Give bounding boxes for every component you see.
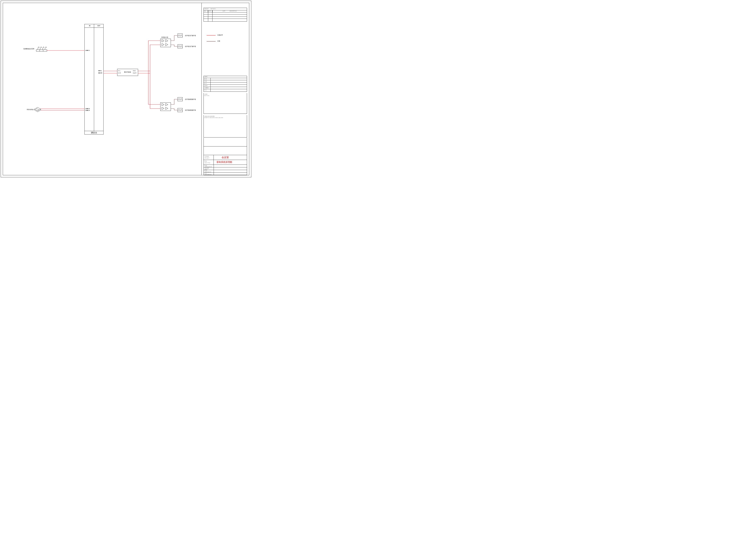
tb-row3-en: DESIGNED BY [204, 174, 212, 175]
eq-name: 图示均衡器 [122, 71, 133, 73]
speaker-aux-l-icon [178, 97, 182, 101]
audio-wires [41, 41, 160, 110]
legend-lines [207, 35, 216, 41]
drawing-sheet: 无线鹅颈会议话筒 综合信息盒 IN OUT LINE 1 LINE 3 LINE… [0, 0, 252, 178]
spk-main-l-label: 左声道主扩扬声器 [185, 35, 196, 37]
line4-label: LINE 4 [85, 110, 90, 111]
tb-row3-zh: 设 计 [204, 173, 207, 174]
rev-col-b: 日期 [208, 11, 211, 12]
rev-header: 修改记录 [204, 8, 208, 9]
rev-col-c-en: DESCRIPTION [230, 11, 237, 12]
revision-table: 修改记录 REVISION 版次 日期 说 明DESCRIPTION [203, 8, 247, 21]
spk-aux-r-label: 右声道辅助扬声器 [185, 110, 196, 111]
info-box-label: 综合信息盒 [27, 109, 34, 110]
tb-blank-1 [203, 138, 247, 146]
mixer-in-header: IN [88, 25, 92, 27]
speaker-main-r-icon [178, 44, 182, 48]
tb-dwg-label: 图 名 [204, 161, 207, 162]
keyplan-label: 示意图 [204, 94, 207, 95]
wireless-mic-device [36, 47, 47, 51]
keyplan-label-en: KEY PLAN [204, 95, 209, 96]
speaker-aux-r-icon [178, 108, 182, 112]
tb-row1-zh: 专业负责 [204, 168, 209, 169]
svg-line-11 [36, 108, 39, 110]
legend-speaker: 音箱 [217, 40, 220, 42]
mixer-name: 调音台 [85, 132, 103, 134]
mixer-out-header: OUT [96, 25, 101, 27]
wireless-mic-label: 无线鹅颈会议话筒 [23, 48, 34, 50]
tb-dwg-value: 音响系统原理图 [216, 161, 232, 163]
tb-project-value: 会议室 [222, 156, 229, 159]
sign-table-lines [203, 76, 247, 92]
tb-project-label-en: PROJECT [204, 158, 209, 159]
amp-main [160, 39, 171, 47]
line1-label: LINE 1 [85, 50, 90, 51]
svg-marker-10 [35, 109, 41, 112]
eq-out-r: Out R [133, 72, 136, 74]
tb-row1-en: SPEC [204, 169, 207, 170]
tb-blank-2 [203, 146, 247, 155]
mixer-block [85, 24, 103, 134]
tb-project-label: 厅室名称 [204, 156, 209, 157]
tb-row0-en: APPROVED BY [204, 166, 212, 167]
amp-aux [160, 103, 171, 111]
tb-row0-zh: 审 核 [204, 165, 207, 166]
amp-name: 功率放大器 [161, 37, 168, 38]
tb-row2-en: CHECKED BY [204, 171, 211, 172]
rev-col-c: 说 明 [223, 11, 225, 12]
mixl-label: MIX L [98, 70, 102, 71]
tb-dwg-label-en: DWG TITLE [204, 162, 210, 163]
keyplan-box [203, 93, 247, 114]
line3-label: LINE 3 [85, 108, 90, 110]
eq-out-l: Out L [133, 70, 136, 71]
spk-main-r-label: 右声道主扩扬声器 [185, 46, 196, 47]
tb-row2-zh: 校 对 [204, 170, 207, 171]
stamp-label-en: STAMP OF ARCHITECTURAL RECORD [204, 117, 223, 118]
spk-aux-l-label: 左声道辅助扬声器 [185, 99, 196, 100]
rev-header-en: REVISION [211, 8, 216, 9]
mixr-label: MIX R [98, 72, 102, 74]
eq-in-l: In L [118, 70, 121, 71]
stamp-box [203, 115, 247, 138]
eq-in-r: In R [118, 72, 121, 74]
svg-rect-6 [36, 50, 47, 51]
legend-audio: 音频信号 [217, 35, 223, 36]
info-box-device [35, 107, 41, 112]
rev-col-a: 版次 [204, 11, 206, 12]
speaker-wires [171, 36, 178, 110]
stamp-label: 注册执业及注册专用章 [204, 116, 215, 117]
speaker-main-l-icon [178, 34, 182, 38]
